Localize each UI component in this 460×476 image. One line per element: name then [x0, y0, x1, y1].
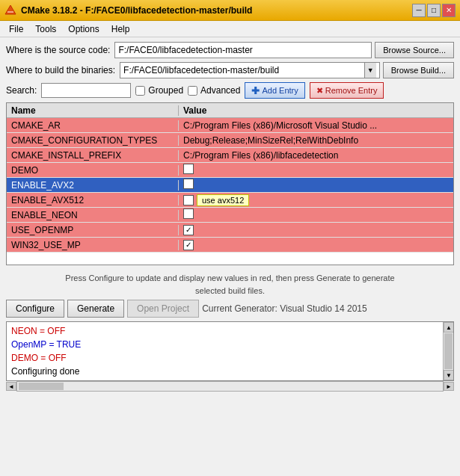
generate-button[interactable]: Generate	[67, 300, 124, 318]
cell-config-types-value: Debug;Release;MinSizeRel;RelWithDebInfo	[179, 135, 453, 146]
use-openmp-checkbox[interactable]: ✓	[183, 225, 194, 235]
cell-install-prefix-name: CMAKE_INSTALL_PREFIX	[7, 150, 179, 161]
minimize-button[interactable]: ─	[412, 4, 426, 17]
advanced-checkbox[interactable]	[188, 86, 197, 96]
value-column-header: Value	[179, 105, 453, 116]
cell-demo-name: DEMO	[7, 165, 179, 176]
log-area: NEON = OFF OpenMP = TRUE DEMO = OFF Conf…	[6, 321, 454, 381]
window-controls: ─ □ ✕	[412, 4, 456, 17]
svg-marker-0	[5, 5, 16, 14]
remove-entry-button[interactable]: ✖ Remove Entry	[310, 82, 384, 99]
menu-file[interactable]: File	[3, 22, 29, 36]
source-label: Where is the source code:	[6, 45, 110, 55]
log-line-1: NEON = OFF	[11, 324, 449, 338]
search-row: Search: Grouped Advanced ✚ Add Entry ✖ R…	[6, 82, 454, 99]
scroll-thumb[interactable]	[444, 333, 453, 369]
enable-neon-checkbox[interactable]	[183, 208, 194, 219]
search-input[interactable]	[41, 83, 131, 98]
cell-enable-avx512-value: use avx512	[179, 194, 453, 206]
scroll-right-arrow[interactable]: ►	[444, 382, 454, 391]
build-combo[interactable]: F:/FACE0/libfacedetection-master/build ▼	[120, 62, 380, 78]
scroll-up-arrow[interactable]: ▲	[444, 322, 454, 333]
close-button[interactable]: ✕	[442, 4, 456, 17]
build-label: Where to build the binaries:	[6, 65, 115, 75]
log-line-3: DEMO = OFF	[11, 351, 449, 365]
maximize-button[interactable]: □	[427, 4, 441, 17]
search-label: Search:	[6, 85, 37, 96]
log-line-2: OpenMP = TRUE	[11, 338, 449, 351]
remove-entry-label: Remove Entry	[325, 86, 378, 95]
cell-enable-avx2-name: ENABLE_AVX2	[7, 180, 179, 191]
scroll-down-arrow[interactable]: ▼	[444, 370, 454, 380]
bottom-buttons: Configure Generate Open Project Current …	[6, 300, 454, 318]
grouped-checkbox[interactable]	[135, 86, 145, 96]
scroll-left-arrow[interactable]: ◄	[6, 382, 16, 391]
cell-install-prefix-value: C:/Program Files (x86)/libfacedetection	[179, 150, 453, 161]
x-icon: ✖	[316, 86, 323, 96]
log-scrollbar-horizontal: ◄ ►	[6, 381, 454, 392]
name-column-header: Name	[7, 105, 179, 116]
menu-help[interactable]: Help	[105, 22, 136, 36]
build-combo-text: F:/FACE0/libfacedetection-master/build	[123, 65, 364, 75]
cell-cmake-ar-name: CMAKE_AR	[7, 120, 179, 131]
advanced-checkbox-group: Advanced	[188, 85, 240, 96]
plus-icon: ✚	[251, 85, 260, 96]
build-row: Where to build the binaries: F:/FACE0/li…	[6, 62, 454, 78]
browse-source-button[interactable]: Browse Source...	[375, 42, 454, 58]
table-row[interactable]: ENABLE_NEON	[7, 208, 453, 223]
cell-enable-neon-name: ENABLE_NEON	[7, 210, 179, 220]
grouped-label: Grouped	[148, 85, 183, 96]
combo-arrow-icon[interactable]: ▼	[364, 63, 376, 78]
demo-checkbox[interactable]	[183, 164, 194, 174]
source-row: Where is the source code: Browse Source.…	[6, 42, 454, 58]
cmake-table: Name Value CMAKE_AR C:/Program Files (x8…	[6, 102, 454, 265]
status-text: Press Configure to update and display ne…	[6, 269, 454, 300]
source-input[interactable]	[114, 42, 372, 58]
menu-bar: File Tools Options Help	[0, 21, 460, 37]
table-row[interactable]: CMAKE_INSTALL_PREFIX C:/Program Files (x…	[7, 148, 453, 163]
open-project-button: Open Project	[127, 300, 199, 318]
grouped-checkbox-group: Grouped	[135, 85, 183, 96]
table-row[interactable]: DEMO	[7, 163, 453, 178]
table-row[interactable]: CMAKE_AR C:/Program Files (x86)/Microsof…	[7, 118, 453, 133]
h-scroll-thumb[interactable]	[19, 383, 64, 390]
configure-button[interactable]: Configure	[6, 300, 64, 318]
cmake-icon	[4, 4, 16, 16]
cell-enable-neon-value	[179, 208, 453, 221]
table-row[interactable]: USE_OPENMP ✓	[7, 223, 453, 238]
cell-enable-avx2-value	[179, 179, 453, 191]
menu-tools[interactable]: Tools	[29, 22, 62, 36]
log-content: NEON = OFF OpenMP = TRUE DEMO = OFF Conf…	[7, 322, 453, 380]
table-row-selected[interactable]: ENABLE_AVX2	[7, 178, 453, 193]
title-bar: CMake 3.18.2 - F:/FACE0/libfacedetection…	[0, 0, 460, 21]
cell-use-openmp-value: ✓	[179, 224, 453, 235]
advanced-label: Advanced	[200, 85, 240, 96]
log-line-4: Configuring done	[11, 365, 449, 378]
cell-config-types-name: CMAKE_CONFIGURATION_TYPES	[7, 135, 179, 146]
log-scrollbar-vertical[interactable]: ▲ ▼	[443, 322, 453, 380]
menu-options[interactable]: Options	[62, 22, 105, 36]
cell-use-openmp-name: USE_OPENMP	[7, 225, 179, 235]
cell-enable-avx512-name: ENABLE_AVX512	[7, 195, 179, 205]
window-title: CMake 3.18.2 - F:/FACE0/libfacedetection…	[21, 5, 412, 16]
enable-avx2-checkbox[interactable]	[183, 179, 194, 189]
cell-win32-use-mp-name: WIN32_USE_MP	[7, 240, 179, 250]
table-row[interactable]: WIN32_USE_MP ✓	[7, 238, 453, 253]
h-scroll-track[interactable]	[16, 381, 444, 392]
avx512-tooltip: use avx512	[197, 194, 249, 206]
add-entry-label: Add Entry	[262, 86, 298, 95]
win32-use-mp-checkbox[interactable]: ✓	[183, 240, 194, 250]
table-row[interactable]: CMAKE_CONFIGURATION_TYPES Debug;Release;…	[7, 133, 453, 148]
table-row[interactable]: ENABLE_AVX512 use avx512	[7, 193, 453, 208]
table-header: Name Value	[7, 103, 453, 118]
generator-label: Current Generator: Visual Studio 14 2015	[202, 303, 454, 314]
browse-build-button[interactable]: Browse Build...	[383, 62, 454, 78]
cell-cmake-ar-value: C:/Program Files (x86)/Microsoft Visual …	[179, 120, 453, 131]
cell-demo-value	[179, 164, 453, 176]
cell-win32-use-mp-value: ✓	[179, 239, 453, 250]
enable-avx512-checkbox[interactable]	[183, 195, 194, 205]
main-content: Where is the source code: Browse Source.…	[0, 37, 460, 396]
add-entry-button[interactable]: ✚ Add Entry	[245, 82, 304, 99]
